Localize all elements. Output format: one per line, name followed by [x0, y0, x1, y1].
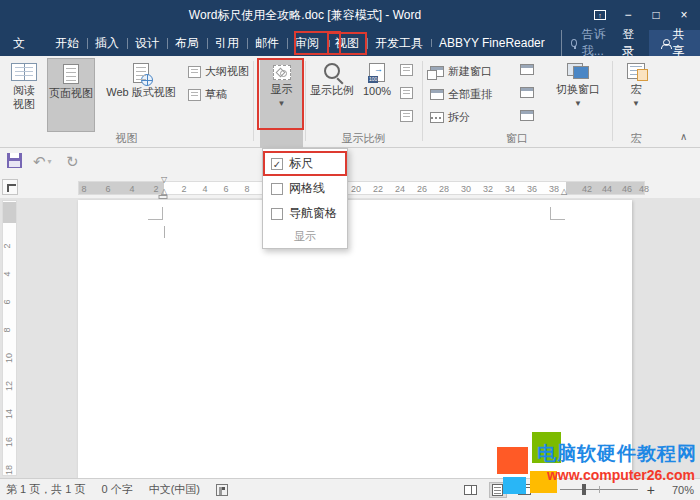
ruler-tick: 2 — [2, 243, 12, 248]
window-title: Word标尺使用全攻略.doc [兼容模式] - Word — [0, 0, 610, 30]
tab-审阅[interactable]: 审阅 — [287, 32, 327, 55]
vertical-ruler[interactable]: 24681012141618 — [2, 200, 17, 476]
draft-label: 草稿 — [205, 87, 227, 102]
outline-view-label: 大纲视图 — [205, 64, 249, 79]
tab-邮件[interactable]: 邮件 — [247, 32, 287, 55]
undo-icon: ↶ — [33, 153, 46, 171]
new-window-button[interactable]: 新建窗口 — [430, 64, 492, 79]
zoom-in-button[interactable]: + — [647, 483, 655, 497]
zoom-100-button[interactable]: 100% — [357, 58, 397, 132]
read-mode-button[interactable]: 阅读视图 — [3, 58, 45, 132]
macros-icon — [627, 63, 645, 79]
watermark-site-name: 电脑软硬件教程网 — [537, 441, 697, 467]
web-layout-button[interactable]: Web 版式视图 — [97, 58, 185, 132]
unchecked-checkbox-icon[interactable] — [271, 208, 283, 220]
zoom-out-button[interactable]: − — [543, 483, 551, 497]
right-indent-marker[interactable]: △ — [561, 188, 567, 196]
arrange-all-button[interactable]: 全部重排 — [430, 87, 492, 102]
ruler-tick: 20 — [351, 183, 361, 195]
draft-button[interactable]: 草稿 — [188, 87, 227, 102]
outline-view-button[interactable]: 大纲视图 — [188, 64, 249, 79]
quick-access-toolbar: ↶▾ ↻ — [0, 148, 700, 178]
document-page[interactable] — [78, 200, 632, 478]
redo-icon: ↻ — [66, 153, 79, 171]
switch-windows-button[interactable]: 切换窗口 ▼ — [548, 58, 608, 132]
ruler-tick: 18 — [4, 465, 14, 475]
magnifier-icon — [324, 63, 340, 79]
zoom-slider-thumb[interactable] — [582, 484, 586, 495]
tab-布局[interactable]: 布局 — [167, 32, 207, 55]
horizontal-ruler[interactable]: ▽ △ △ 8642246810202224262830323436384244… — [78, 181, 645, 195]
ruler-tick: 4 — [2, 271, 12, 276]
view-side-by-side-button[interactable] — [520, 64, 534, 75]
zoom-button[interactable]: 显示比例 — [308, 58, 356, 132]
ruler-tick: 10 — [4, 353, 14, 363]
show-dropdown-button[interactable]: 显示 ▼ — [260, 60, 303, 128]
page-indicator[interactable]: 第 1 页，共 1 页 — [6, 482, 85, 497]
menu-item-网格线[interactable]: 网格线 — [263, 176, 347, 201]
tab-引用[interactable]: 引用 — [207, 32, 247, 55]
synchronous-scrolling-button[interactable] — [520, 87, 534, 98]
text-boundary-mark-top-left — [148, 207, 163, 220]
text-cursor — [164, 226, 165, 238]
zoom-button-label: 显示比例 — [310, 84, 354, 98]
checked-checkbox-icon[interactable]: ✓ — [271, 158, 283, 170]
menu-item-label: 网格线 — [289, 180, 325, 197]
sign-in-button[interactable]: 登录 — [612, 26, 649, 60]
multiple-pages-button[interactable] — [400, 87, 413, 99]
word-count[interactable]: 0 个字 — [101, 482, 132, 497]
views-group-label: 视图 — [0, 131, 253, 146]
tell-me-box[interactable]: 告诉我... — [561, 26, 613, 60]
zoom-slider[interactable] — [560, 489, 638, 490]
page-width-button[interactable] — [400, 110, 413, 122]
ruler-tick: 8 — [244, 183, 249, 195]
left-indent-marker[interactable] — [159, 195, 168, 199]
save-button[interactable] — [7, 153, 22, 168]
share-button[interactable]: 共享 — [649, 30, 700, 56]
macro-record-icon[interactable] — [216, 484, 228, 496]
zoom-slider-midpoint — [599, 486, 600, 493]
ruler-left-margin — [79, 182, 164, 194]
zoom-percentage[interactable]: 70% — [664, 484, 694, 496]
undo-button[interactable]: ↶▾ — [33, 153, 52, 171]
tab-插入[interactable]: 插入 — [87, 32, 127, 55]
chevron-down-icon: ▼ — [574, 100, 582, 108]
show-icon — [273, 65, 291, 80]
person-add-icon — [661, 39, 667, 48]
tab-stop-selector[interactable] — [2, 179, 18, 195]
ruler-tick: 30 — [461, 183, 471, 195]
tab-file[interactable]: 文件 — [0, 30, 43, 56]
chevron-down-icon: ▼ — [278, 100, 286, 108]
read-mode-view-button[interactable] — [462, 482, 480, 498]
one-page-button[interactable] — [400, 64, 413, 76]
first-line-indent-marker[interactable]: ▽ — [161, 176, 167, 184]
web-layout-view-button[interactable] — [516, 482, 534, 498]
reset-window-position-button[interactable] — [520, 110, 534, 121]
tab-ABBYY FineReader[interactable]: ABBYY FineReader — [431, 33, 553, 53]
text-boundary-mark-top-right — [550, 207, 565, 220]
tab-视图[interactable]: 视图 — [327, 32, 367, 55]
tab-开发工具[interactable]: 开发工具 — [367, 32, 431, 55]
watermark-site-url: www.computer26.com — [547, 467, 695, 483]
tab-开始[interactable]: 开始 — [47, 32, 87, 55]
arrange-all-icon — [430, 89, 444, 100]
redo-button[interactable]: ↻ — [66, 153, 79, 171]
outline-icon — [188, 66, 201, 78]
print-layout-button[interactable]: 页面视图 — [47, 58, 95, 132]
split-button[interactable]: 拆分 — [430, 110, 470, 125]
lightbulb-icon — [571, 39, 577, 47]
print-layout-view-button[interactable] — [489, 482, 507, 498]
read-mode-view-icon — [464, 485, 477, 495]
unchecked-checkbox-icon[interactable] — [271, 183, 283, 195]
one-page-icon — [400, 64, 413, 76]
macros-button[interactable]: 宏 ▼ — [617, 58, 655, 132]
document-workspace: 24681012141618 — [0, 198, 700, 478]
menu-item-导航窗格[interactable]: 导航窗格 — [263, 201, 347, 226]
tab-设计[interactable]: 设计 — [127, 32, 167, 55]
menu-item-标尺[interactable]: ✓标尺 — [263, 151, 347, 176]
chevron-down-icon: ▼ — [632, 100, 640, 108]
language-indicator[interactable]: 中文(中国) — [149, 482, 200, 497]
ruler-tick: 2 — [153, 183, 158, 195]
draft-icon — [188, 89, 201, 101]
collapse-ribbon-button[interactable]: ∧ — [680, 131, 687, 142]
